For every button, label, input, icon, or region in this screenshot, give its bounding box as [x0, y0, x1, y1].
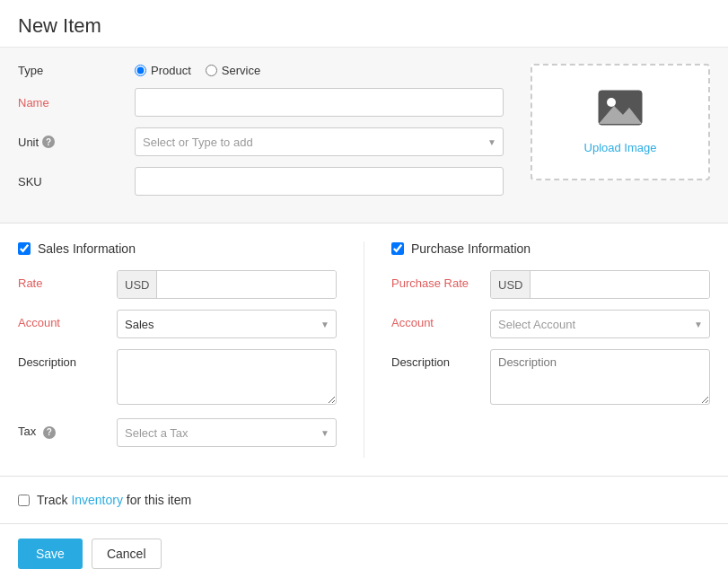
sales-account-select[interactable]: Sales [117, 310, 337, 338]
sales-description-textarea[interactable] [117, 349, 337, 405]
sales-description-control [117, 349, 337, 407]
purchase-checkbox[interactable] [391, 242, 404, 255]
sales-section-title: Sales Information [38, 241, 136, 256]
name-row: Name [18, 88, 504, 117]
sales-tax-select[interactable]: Select a Tax [117, 418, 337, 447]
purchase-account-row: Account Select Account ▼ [391, 310, 710, 338]
track-inventory-label[interactable]: Track Inventory for this item [18, 493, 710, 507]
sales-account-label: Account [18, 310, 117, 329]
purchase-section-header: Purchase Information [391, 241, 710, 256]
svg-point-1 [607, 98, 616, 107]
type-row: Type Product Service [18, 64, 504, 77]
image-placeholder-icon [598, 90, 643, 134]
purchase-account-select[interactable]: Select Account [490, 310, 710, 338]
purchase-account-label: Account [391, 310, 490, 329]
page-title: New Item [18, 14, 710, 38]
sales-description-row: Description [18, 349, 337, 407]
purchase-description-label: Description [391, 349, 490, 369]
sales-section-header: Sales Information [18, 241, 337, 256]
image-upload-box[interactable]: Upload Image [531, 64, 710, 180]
service-radio-option[interactable]: Service [206, 64, 260, 77]
unit-label: Unit ? [18, 136, 135, 149]
tax-help-icon[interactable]: ? [43, 426, 56, 439]
info-panels-section: Sales Information Rate USD Account Sales… [0, 223, 728, 477]
sales-rate-control: USD [117, 270, 337, 299]
purchase-rate-label: Purchase Rate [391, 270, 490, 290]
sales-currency-prefix: USD [118, 271, 157, 298]
sales-account-control: Sales ▼ [117, 310, 337, 338]
product-radio-label: Product [151, 64, 191, 77]
sales-tax-select-wrapper: Select a Tax ▼ [117, 418, 337, 447]
upload-image-link[interactable]: Upload Image [584, 141, 657, 154]
basic-info-left: Type Product Service Name Unit ? [18, 64, 504, 206]
save-button[interactable]: Save [18, 539, 83, 569]
purchase-rate-control: USD [490, 270, 710, 299]
name-label: Name [18, 96, 135, 109]
purchase-rate-input[interactable] [531, 271, 709, 298]
sales-rate-label: Rate [18, 270, 117, 290]
track-inventory-section: Track Inventory for this item [0, 477, 728, 524]
sales-checkbox[interactable] [18, 242, 31, 255]
sales-tax-control: Select a Tax ▼ [117, 418, 337, 447]
purchase-section-title: Purchase Information [411, 241, 531, 256]
purchase-rate-currency-wrap: USD [490, 270, 710, 299]
track-inventory-checkbox[interactable] [18, 495, 30, 506]
unit-help-icon[interactable]: ? [42, 136, 55, 148]
sales-rate-currency-wrap: USD [117, 270, 337, 299]
type-radio-group: Product Service [135, 64, 260, 77]
action-buttons: Save Cancel [0, 524, 728, 578]
name-input[interactable] [135, 88, 504, 117]
service-radio-label: Service [222, 64, 260, 77]
purchase-rate-row: Purchase Rate USD [391, 270, 710, 299]
product-radio-option[interactable]: Product [135, 64, 191, 77]
basic-info-section: Type Product Service Name Unit ? [0, 48, 728, 223]
sku-label: SKU [18, 175, 135, 188]
sales-tax-label: Tax ? [18, 418, 117, 439]
type-label: Type [18, 64, 135, 77]
sales-rate-input[interactable] [157, 271, 336, 298]
service-radio[interactable] [206, 65, 217, 76]
product-radio[interactable] [135, 65, 146, 76]
sku-row: SKU [18, 167, 504, 196]
track-label-text: Track Inventory for this item [37, 493, 191, 507]
unit-select[interactable]: Select or Type to add [135, 127, 504, 156]
purchase-description-row: Description [391, 349, 710, 407]
purchase-account-control: Select Account ▼ [490, 310, 710, 338]
purchase-description-control [490, 349, 710, 407]
sales-account-select-wrapper: Sales ▼ [117, 310, 337, 338]
cancel-button[interactable]: Cancel [92, 539, 162, 569]
sales-rate-row: Rate USD [18, 270, 337, 299]
sku-input[interactable] [135, 167, 504, 196]
purchase-currency-prefix: USD [491, 271, 531, 298]
sales-panel: Sales Information Rate USD Account Sales… [18, 241, 364, 458]
sales-tax-row: Tax ? Select a Tax ▼ [18, 418, 337, 447]
sales-account-row: Account Sales ▼ [18, 310, 337, 338]
sales-description-label: Description [18, 349, 117, 369]
page-header: New Item [0, 0, 728, 48]
purchase-description-textarea[interactable] [490, 349, 710, 405]
unit-row: Unit ? Select or Type to add ▼ [18, 127, 504, 156]
purchase-panel: Purchase Information Purchase Rate USD A… [364, 241, 710, 458]
unit-select-wrapper: Select or Type to add ▼ [135, 127, 504, 156]
purchase-account-select-wrapper: Select Account ▼ [490, 310, 710, 338]
